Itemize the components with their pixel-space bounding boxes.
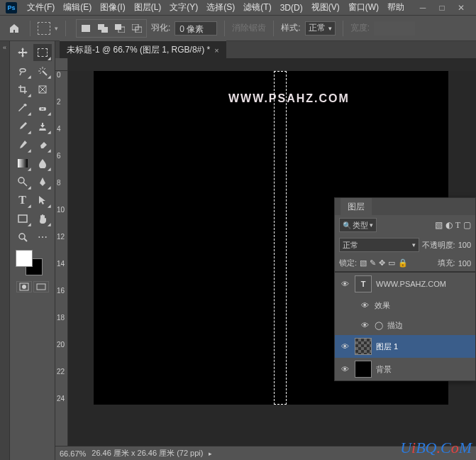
- edit-toolbar-button[interactable]: ⋯: [33, 229, 52, 246]
- layer-name: 背景: [376, 364, 392, 375]
- layer-thumbnail[interactable]: [355, 361, 372, 378]
- home-icon[interactable]: [6, 20, 23, 37]
- feather-input[interactable]: 0 像素: [175, 21, 217, 35]
- subtract-selection-icon[interactable]: [112, 21, 128, 35]
- layers-tab[interactable]: 图层: [341, 198, 372, 216]
- move-tool[interactable]: [13, 44, 32, 61]
- menu-bar: Ps 文件(F) 编辑(E) 图像(I) 图层(L) 文字(Y) 选择(S) 滤…: [0, 0, 476, 16]
- fill-value[interactable]: 100: [458, 259, 471, 268]
- quickmask-toggle[interactable]: [16, 281, 32, 292]
- frame-tool[interactable]: [33, 81, 52, 98]
- path-selection-tool[interactable]: ◢: [33, 192, 52, 209]
- visibility-eye-icon[interactable]: 👁: [339, 365, 350, 373]
- layer-item[interactable]: 👁背景: [335, 358, 475, 380]
- gradient-tool[interactable]: ◢: [13, 155, 32, 172]
- eraser-tool[interactable]: ◢: [33, 136, 52, 153]
- healing-brush-tool[interactable]: ◢: [33, 99, 52, 116]
- type-tool[interactable]: T◢: [13, 192, 32, 209]
- new-selection-icon[interactable]: [78, 21, 94, 35]
- window-close-button[interactable]: ✕: [452, 1, 470, 14]
- menu-3d[interactable]: 3D(D): [276, 1, 307, 14]
- ruler-origin[interactable]: [55, 58, 68, 71]
- layer-item[interactable]: 👁效果: [335, 295, 475, 315]
- document-tab[interactable]: 未标题-1 @ 66.7% (图层 1, RGB/8#) * ×: [60, 40, 226, 59]
- menu-filter[interactable]: 滤镜(T): [239, 0, 275, 15]
- layer-name: WWW.PSAHZ.COM: [376, 280, 446, 288]
- filter-pixel-icon[interactable]: ▧: [435, 220, 443, 231]
- window-maximize-button[interactable]: □: [433, 1, 451, 14]
- status-dimensions[interactable]: 26.46 厘米 x 26.46 厘米 (72 ppi): [92, 448, 203, 459]
- visibility-eye-icon[interactable]: 👁: [339, 342, 350, 351]
- add-to-selection-icon[interactable]: [95, 21, 111, 35]
- lock-position-icon[interactable]: ✥: [379, 258, 385, 268]
- close-icon[interactable]: ×: [214, 46, 218, 55]
- filter-type-icon[interactable]: T: [455, 220, 460, 231]
- hand-tool[interactable]: ◢: [33, 210, 52, 227]
- marquee-selection: [274, 71, 287, 405]
- layers-panel[interactable]: 图层 🔍 类型 ▾ ▧ ◐ T ▢ 正常 ▾ 不透明度: 100 锁定: ▧ ✎…: [334, 197, 476, 381]
- foreground-color[interactable]: [16, 250, 33, 267]
- panel-collapse-toggle[interactable]: «: [0, 41, 10, 460]
- filter-shape-icon[interactable]: ▢: [463, 220, 471, 231]
- marquee-tool[interactable]: ◢: [33, 44, 52, 61]
- brush-tool[interactable]: ◢: [13, 118, 32, 135]
- screen-mode-toggle[interactable]: [33, 281, 49, 292]
- blur-tool[interactable]: ◢: [33, 155, 52, 172]
- layer-item[interactable]: 👁◯描边: [335, 315, 475, 335]
- eyedropper-tool[interactable]: ◢: [13, 99, 32, 116]
- magic-wand-tool[interactable]: ◢: [33, 62, 52, 80]
- lock-label: 锁定:: [339, 258, 357, 268]
- zoom-tool[interactable]: [13, 229, 32, 246]
- chevron-down-icon[interactable]: ▾: [55, 25, 58, 32]
- vertical-ruler[interactable]: 024681012141618202224: [55, 71, 68, 446]
- layer-filter-select[interactable]: 🔍 类型 ▾: [339, 218, 377, 232]
- visibility-eye-icon[interactable]: 👁: [359, 301, 370, 310]
- filter-adjust-icon[interactable]: ◐: [445, 220, 453, 231]
- divider: [224, 21, 225, 36]
- color-swatches[interactable]: [16, 250, 44, 278]
- menu-text[interactable]: 文字(Y): [165, 0, 202, 15]
- history-brush-tool[interactable]: ◢: [13, 136, 32, 153]
- layer-thumbnail[interactable]: [355, 338, 372, 355]
- layer-thumbnail[interactable]: T: [355, 275, 372, 292]
- dodge-tool[interactable]: ◢: [13, 173, 32, 190]
- menu-window[interactable]: 窗口(W): [344, 0, 383, 15]
- menu-view[interactable]: 视图(V): [307, 0, 344, 15]
- lock-artboard-icon[interactable]: ▭: [388, 258, 395, 268]
- menu-image[interactable]: 图像(I): [96, 0, 129, 15]
- status-chevron-icon[interactable]: ▸: [209, 450, 212, 457]
- tool-preset-marquee-icon[interactable]: [38, 22, 50, 35]
- lasso-tool[interactable]: ◢: [13, 62, 32, 80]
- blend-mode-select[interactable]: 正常 ▾: [339, 238, 419, 252]
- pen-tool[interactable]: ◢: [33, 173, 52, 190]
- visibility-eye-icon[interactable]: 👁: [359, 321, 370, 329]
- rectangle-shape-tool[interactable]: ◢: [13, 210, 32, 227]
- layer-item[interactable]: 👁图层 1: [335, 335, 475, 358]
- menu-select[interactable]: 选择(S): [202, 0, 239, 15]
- svg-rect-0: [82, 25, 90, 32]
- layer-item[interactable]: 👁TWWW.PSAHZ.COM: [335, 273, 475, 295]
- fill-label: 填充:: [438, 258, 455, 268]
- lock-transparency-icon[interactable]: ▧: [360, 258, 367, 268]
- menu-edit[interactable]: 编辑(E): [59, 0, 96, 15]
- status-zoom[interactable]: 66.67%: [60, 449, 86, 458]
- document-tab-bar: 未标题-1 @ 66.7% (图层 1, RGB/8#) * ×: [55, 41, 476, 58]
- window-minimize-button[interactable]: ─: [414, 1, 432, 14]
- lock-pixels-icon[interactable]: ✎: [370, 258, 376, 268]
- feather-label: 羽化:: [151, 22, 170, 34]
- clone-stamp-tool[interactable]: ◢: [33, 118, 52, 135]
- layer-name: 图层 1: [376, 341, 398, 352]
- crop-tool[interactable]: ◢: [13, 81, 32, 98]
- svg-rect-9: [18, 159, 28, 168]
- intersect-selection-icon[interactable]: [129, 21, 145, 35]
- menu-help[interactable]: 帮助: [383, 0, 409, 15]
- menu-file[interactable]: 文件(F): [23, 0, 59, 15]
- selection-mode-group: [76, 19, 147, 38]
- svg-point-10: [18, 177, 24, 183]
- lock-all-icon[interactable]: 🔒: [398, 258, 408, 268]
- svg-point-12: [19, 234, 25, 239]
- opacity-value[interactable]: 100: [458, 241, 471, 249]
- menu-layer[interactable]: 图层(L): [130, 0, 166, 15]
- visibility-eye-icon[interactable]: 👁: [339, 280, 350, 288]
- style-select[interactable]: 正常▾: [305, 21, 336, 35]
